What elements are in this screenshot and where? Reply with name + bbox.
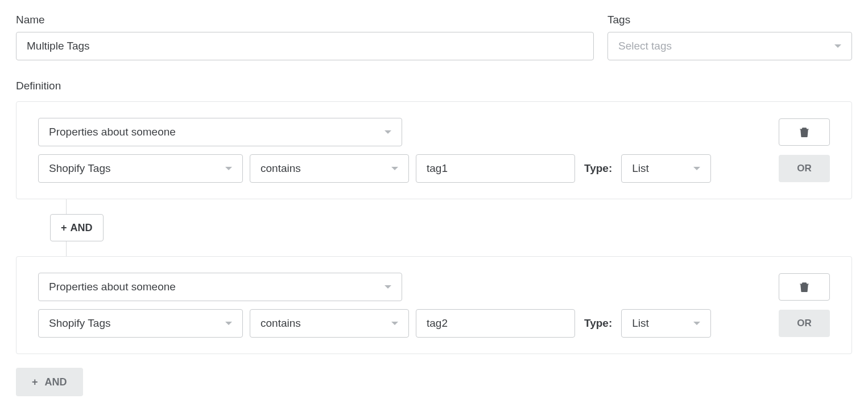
condition-field-value: Shopify Tags [49, 317, 110, 330]
name-label: Name [16, 14, 594, 26]
condition-category-value: Properties about someone [49, 281, 176, 293]
condition-category-value: Properties about someone [49, 126, 176, 138]
condition-operator-select[interactable]: contains [250, 154, 409, 183]
plus-icon: + [61, 223, 67, 233]
type-label: Type: [584, 162, 612, 175]
chevron-down-icon [385, 285, 391, 289]
chevron-down-icon [693, 322, 700, 325]
condition-block: Properties about someone Shopify Tags co… [16, 256, 852, 354]
plus-icon: + [32, 377, 38, 387]
type-label: Type: [584, 317, 612, 330]
and-connector-label: AND [71, 222, 93, 234]
chevron-down-icon [693, 167, 700, 170]
add-and-button[interactable]: + AND [16, 368, 83, 396]
condition-operator-value: contains [261, 317, 301, 330]
chevron-down-icon [391, 322, 398, 325]
condition-block: Properties about someone Shopify Tags co… [16, 101, 852, 199]
tags-select[interactable]: Select tags [607, 32, 852, 60]
condition-operator-select[interactable]: contains [250, 309, 409, 338]
chevron-down-icon [391, 167, 398, 170]
chevron-down-icon [225, 322, 232, 325]
condition-value-input[interactable] [416, 309, 575, 338]
condition-field-select[interactable]: Shopify Tags [38, 309, 243, 338]
condition-operator-value: contains [261, 162, 301, 175]
condition-type-value: List [632, 162, 649, 175]
chevron-down-icon [834, 44, 841, 48]
condition-type-select[interactable]: List [621, 309, 711, 338]
and-connector-button[interactable]: + AND [50, 214, 104, 241]
condition-field-select[interactable]: Shopify Tags [38, 154, 243, 183]
tags-label: Tags [607, 14, 852, 26]
chevron-down-icon [385, 130, 391, 134]
definition-label: Definition [16, 80, 852, 92]
add-and-label: AND [45, 376, 67, 388]
delete-condition-button[interactable] [779, 118, 830, 146]
condition-category-select[interactable]: Properties about someone [38, 118, 402, 146]
condition-type-select[interactable]: List [621, 154, 711, 183]
condition-value-input[interactable] [416, 154, 575, 183]
trash-icon [800, 127, 809, 137]
condition-type-value: List [632, 317, 649, 330]
chevron-down-icon [225, 167, 232, 170]
tags-placeholder: Select tags [618, 40, 672, 52]
delete-condition-button[interactable] [779, 273, 830, 301]
trash-icon [800, 282, 809, 292]
condition-category-select[interactable]: Properties about someone [38, 273, 402, 301]
name-input[interactable] [16, 32, 594, 60]
condition-field-value: Shopify Tags [49, 162, 110, 175]
add-or-button[interactable]: OR [779, 155, 830, 182]
connector-line [66, 241, 67, 256]
connector-line [66, 199, 67, 214]
add-or-button[interactable]: OR [779, 310, 830, 337]
